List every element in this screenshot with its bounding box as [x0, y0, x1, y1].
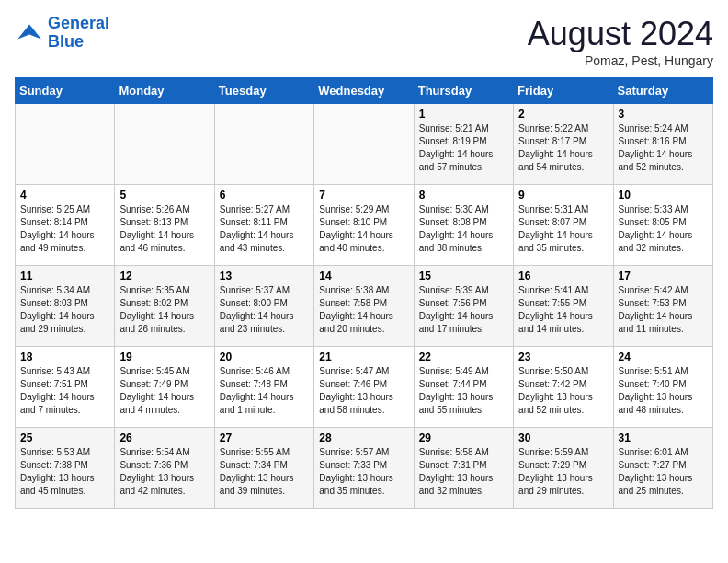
day-number: 8: [419, 189, 508, 201]
day-cell: 2Sunrise: 5:22 AM Sunset: 8:17 PM Daylig…: [514, 104, 613, 185]
day-info: Sunrise: 5:42 AM Sunset: 7:53 PM Dayligh…: [619, 284, 708, 336]
day-cell: 21Sunrise: 5:47 AM Sunset: 7:46 PM Dayli…: [314, 347, 414, 428]
day-info: Sunrise: 5:38 AM Sunset: 7:58 PM Dayligh…: [319, 284, 408, 336]
main-title: August 2024: [528, 15, 713, 53]
day-info: Sunrise: 5:57 AM Sunset: 7:33 PM Dayligh…: [319, 446, 408, 498]
day-cell: 5Sunrise: 5:26 AM Sunset: 8:13 PM Daylig…: [115, 185, 214, 266]
day-number: 30: [518, 431, 608, 444]
week-row-3: 18Sunrise: 5:43 AM Sunset: 7:51 PM Dayli…: [16, 347, 713, 428]
day-cell: [214, 104, 313, 185]
day-cell: [16, 104, 115, 185]
day-number: 18: [20, 350, 109, 363]
day-info: Sunrise: 5:27 AM Sunset: 8:11 PM Dayligh…: [220, 203, 309, 255]
day-number: 28: [319, 431, 408, 444]
day-cell: 13Sunrise: 5:37 AM Sunset: 8:00 PM Dayli…: [214, 266, 313, 347]
day-cell: 16Sunrise: 5:41 AM Sunset: 7:55 PM Dayli…: [514, 266, 613, 347]
week-row-1: 4Sunrise: 5:25 AM Sunset: 8:14 PM Daylig…: [16, 185, 713, 266]
day-cell: 25Sunrise: 5:53 AM Sunset: 7:38 PM Dayli…: [16, 428, 115, 509]
page-header: General Blue August 2024 Pomaz, Pest, Hu…: [15, 15, 713, 68]
day-number: 11: [20, 270, 109, 282]
header-day-friday: Friday: [514, 78, 613, 104]
day-info: Sunrise: 5:50 AM Sunset: 7:42 PM Dayligh…: [518, 365, 608, 417]
day-cell: 31Sunrise: 6:01 AM Sunset: 7:27 PM Dayli…: [613, 428, 712, 509]
day-info: Sunrise: 5:53 AM Sunset: 7:38 PM Dayligh…: [20, 446, 109, 498]
header-day-sunday: Sunday: [16, 78, 115, 104]
header-day-tuesday: Tuesday: [214, 78, 313, 104]
day-number: 17: [619, 270, 708, 282]
day-number: 13: [220, 270, 309, 282]
day-number: 6: [220, 189, 309, 201]
day-info: Sunrise: 5:55 AM Sunset: 7:34 PM Dayligh…: [220, 446, 309, 498]
day-number: 23: [518, 350, 608, 363]
day-number: 3: [619, 108, 708, 121]
day-info: Sunrise: 5:58 AM Sunset: 7:31 PM Dayligh…: [419, 446, 508, 498]
logo-text: General Blue: [48, 15, 109, 52]
day-info: Sunrise: 5:33 AM Sunset: 8:05 PM Dayligh…: [619, 203, 708, 255]
calendar-body: 1Sunrise: 5:21 AM Sunset: 8:19 PM Daylig…: [16, 104, 713, 509]
day-number: 9: [518, 189, 608, 201]
day-info: Sunrise: 5:39 AM Sunset: 7:56 PM Dayligh…: [419, 284, 508, 336]
day-number: 10: [619, 189, 708, 201]
day-cell: 14Sunrise: 5:38 AM Sunset: 7:58 PM Dayli…: [314, 266, 414, 347]
day-cell: 26Sunrise: 5:54 AM Sunset: 7:36 PM Dayli…: [115, 428, 214, 509]
day-info: Sunrise: 5:46 AM Sunset: 7:48 PM Dayligh…: [220, 365, 309, 417]
day-number: 19: [119, 350, 209, 363]
day-number: 22: [419, 350, 508, 363]
day-info: Sunrise: 5:26 AM Sunset: 8:13 PM Dayligh…: [119, 203, 209, 255]
day-cell: 1Sunrise: 5:21 AM Sunset: 8:19 PM Daylig…: [414, 104, 513, 185]
svg-marker-0: [17, 24, 41, 39]
day-number: 12: [119, 270, 209, 282]
day-number: 24: [619, 350, 708, 363]
day-number: 20: [220, 350, 309, 363]
calendar-header: SundayMondayTuesdayWednesdayThursdayFrid…: [16, 78, 713, 104]
day-cell: 6Sunrise: 5:27 AM Sunset: 8:11 PM Daylig…: [214, 185, 313, 266]
day-number: 29: [419, 431, 508, 444]
day-info: Sunrise: 5:34 AM Sunset: 8:03 PM Dayligh…: [20, 284, 109, 336]
day-cell: 28Sunrise: 5:57 AM Sunset: 7:33 PM Dayli…: [314, 428, 414, 509]
day-number: 31: [619, 431, 708, 444]
day-cell: 27Sunrise: 5:55 AM Sunset: 7:34 PM Dayli…: [214, 428, 313, 509]
day-number: 25: [20, 431, 109, 444]
day-info: Sunrise: 5:41 AM Sunset: 7:55 PM Dayligh…: [518, 284, 608, 336]
day-info: Sunrise: 6:01 AM Sunset: 7:27 PM Dayligh…: [619, 446, 708, 498]
day-cell: 19Sunrise: 5:45 AM Sunset: 7:49 PM Dayli…: [115, 347, 214, 428]
day-cell: 7Sunrise: 5:29 AM Sunset: 8:10 PM Daylig…: [314, 185, 414, 266]
day-info: Sunrise: 5:25 AM Sunset: 8:14 PM Dayligh…: [20, 203, 109, 255]
logo: General Blue: [15, 15, 109, 52]
title-block: August 2024 Pomaz, Pest, Hungary: [528, 15, 713, 68]
day-info: Sunrise: 5:31 AM Sunset: 8:07 PM Dayligh…: [518, 203, 608, 255]
day-cell: 4Sunrise: 5:25 AM Sunset: 8:14 PM Daylig…: [16, 185, 115, 266]
day-number: 21: [319, 350, 408, 363]
day-cell: 29Sunrise: 5:58 AM Sunset: 7:31 PM Dayli…: [414, 428, 513, 509]
day-cell: 11Sunrise: 5:34 AM Sunset: 8:03 PM Dayli…: [16, 266, 115, 347]
day-info: Sunrise: 5:47 AM Sunset: 7:46 PM Dayligh…: [319, 365, 408, 417]
day-number: 16: [518, 270, 608, 282]
week-row-2: 11Sunrise: 5:34 AM Sunset: 8:03 PM Dayli…: [16, 266, 713, 347]
day-cell: [314, 104, 414, 185]
subtitle: Pomaz, Pest, Hungary: [528, 53, 713, 68]
day-info: Sunrise: 5:29 AM Sunset: 8:10 PM Dayligh…: [319, 203, 408, 255]
day-info: Sunrise: 5:51 AM Sunset: 7:40 PM Dayligh…: [619, 365, 708, 417]
day-number: 14: [319, 270, 408, 282]
logo-icon: [15, 18, 44, 48]
calendar: SundayMondayTuesdayWednesdayThursdayFrid…: [15, 77, 713, 509]
day-info: Sunrise: 5:21 AM Sunset: 8:19 PM Dayligh…: [419, 122, 508, 174]
header-day-monday: Monday: [115, 78, 214, 104]
day-info: Sunrise: 5:30 AM Sunset: 8:08 PM Dayligh…: [419, 203, 508, 255]
day-cell: 24Sunrise: 5:51 AM Sunset: 7:40 PM Dayli…: [613, 347, 712, 428]
day-info: Sunrise: 5:54 AM Sunset: 7:36 PM Dayligh…: [119, 446, 209, 498]
week-row-4: 25Sunrise: 5:53 AM Sunset: 7:38 PM Dayli…: [16, 428, 713, 509]
day-info: Sunrise: 5:35 AM Sunset: 8:02 PM Dayligh…: [119, 284, 209, 336]
day-cell: 20Sunrise: 5:46 AM Sunset: 7:48 PM Dayli…: [214, 347, 313, 428]
day-info: Sunrise: 5:45 AM Sunset: 7:49 PM Dayligh…: [119, 365, 209, 417]
day-cell: 3Sunrise: 5:24 AM Sunset: 8:16 PM Daylig…: [613, 104, 712, 185]
day-info: Sunrise: 5:59 AM Sunset: 7:29 PM Dayligh…: [518, 446, 608, 498]
header-row: SundayMondayTuesdayWednesdayThursdayFrid…: [16, 78, 713, 104]
day-number: 2: [518, 108, 608, 121]
day-info: Sunrise: 5:43 AM Sunset: 7:51 PM Dayligh…: [20, 365, 109, 417]
header-day-thursday: Thursday: [414, 78, 513, 104]
header-day-wednesday: Wednesday: [314, 78, 414, 104]
day-info: Sunrise: 5:37 AM Sunset: 8:00 PM Dayligh…: [220, 284, 309, 336]
day-cell: 15Sunrise: 5:39 AM Sunset: 7:56 PM Dayli…: [414, 266, 513, 347]
day-cell: 10Sunrise: 5:33 AM Sunset: 8:05 PM Dayli…: [613, 185, 712, 266]
